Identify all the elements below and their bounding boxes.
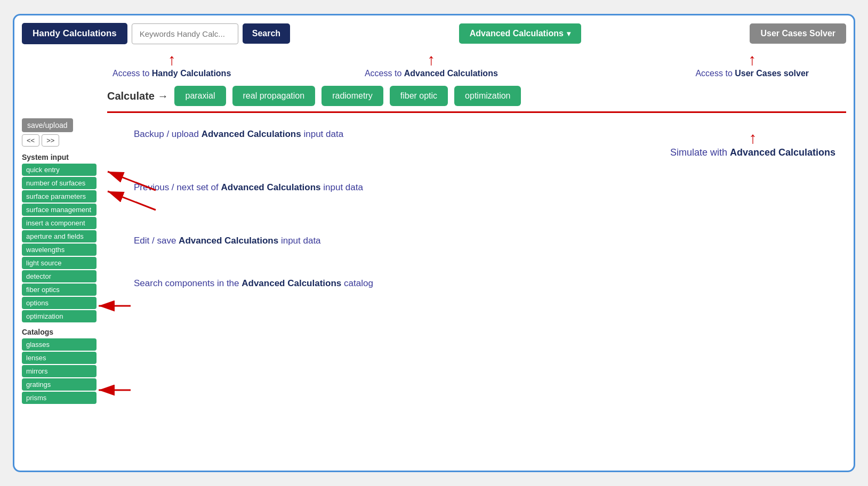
sidebar-catalog-item-mirrors[interactable]: mirrors — [22, 365, 97, 377]
calculate-label: Calculate → — [107, 90, 168, 102]
sidebar-catalog-item-glasses[interactable]: glasses — [22, 338, 97, 351]
calculate-row: Calculate → paraxial real propagation ra… — [22, 86, 846, 106]
calc-radiometry-button[interactable]: radiometry — [322, 86, 383, 106]
content-area: save/upload << >> System input quick ent… — [22, 118, 846, 405]
top-nav: Handy Calculations Search Advanced Calcu… — [22, 23, 846, 44]
main-container: Handy Calculations Search Advanced Calcu… — [13, 14, 855, 472]
sidebar-system-item-number-of-surfaces[interactable]: number of surfaces — [22, 177, 97, 189]
sidebar-system-item-aperture-and-fields[interactable]: aperture and fields — [22, 230, 97, 242]
search-button[interactable]: Search — [243, 23, 290, 44]
sidebar-catalog-item-prisms[interactable]: prisms — [22, 392, 97, 404]
access-advanced-block: ↑ Access to Advanced Calculations — [365, 51, 498, 78]
calc-paraxial-button[interactable]: paraxial — [174, 86, 226, 106]
next-button[interactable]: >> — [42, 134, 59, 147]
red-divider — [107, 111, 846, 113]
sidebar-system-item-detector[interactable]: detector — [22, 270, 97, 282]
access-handy-label: Access to Handy Calculations — [112, 69, 231, 78]
sidebar-system-item-wavelengths[interactable]: wavelengths — [22, 244, 97, 256]
sidebar: save/upload << >> System input quick ent… — [22, 118, 107, 405]
advanced-arrow-up: ↑ — [427, 51, 435, 69]
sidebar-system-item-surface-parameters[interactable]: surface parameters — [22, 190, 97, 203]
system-input-title: System input — [22, 153, 107, 161]
editsave-info: Edit / save Advanced Calculations input … — [134, 236, 830, 246]
calc-fiber-optic-button[interactable]: fiber optic — [390, 86, 448, 106]
sidebar-system-item-fiber-optics[interactable]: fiber optics — [22, 284, 97, 296]
sidebar-system-item-options[interactable]: options — [22, 297, 97, 309]
access-advanced-label: Access to Advanced Calculations — [365, 69, 498, 78]
searchcomp-info: Search components in the Advanced Calcul… — [134, 278, 830, 289]
prev-button[interactable]: << — [22, 134, 39, 147]
system-input-items: quick entrynumber of surfacessurface par… — [22, 164, 107, 322]
usercases-arrow-up: ↑ — [748, 51, 756, 69]
handy-arrow-up: ↑ — [168, 51, 176, 69]
sidebar-system-item-light-source[interactable]: light source — [22, 257, 97, 269]
sidebar-catalog-item-gratings[interactable]: gratings — [22, 378, 97, 391]
calc-real-propagation-button[interactable]: real propagation — [232, 86, 316, 106]
simulate-section: ↑ Simulate with Advanced Calculations — [670, 129, 835, 158]
sidebar-system-item-surface-management[interactable]: surface management — [22, 204, 97, 216]
access-usercases-block: ↑ Access to User Cases solver — [695, 51, 809, 78]
sidebar-system-item-insert-a-component[interactable]: insert a component — [22, 217, 97, 229]
catalogs-section: Catalogs glasseslensesmirrorsgratingspri… — [22, 328, 107, 404]
catalog-items: glasseslensesmirrorsgratingsprisms — [22, 338, 107, 404]
search-input[interactable] — [132, 23, 238, 44]
calc-optimization-button[interactable]: optimization — [454, 86, 521, 106]
catalogs-title: Catalogs — [22, 328, 107, 336]
main-info-area: Backup / upload Advanced Calculations in… — [118, 118, 846, 405]
sidebar-top: save/upload << >> — [22, 118, 107, 149]
advanced-calculations-button[interactable]: Advanced Calculations — [459, 23, 581, 44]
sidebar-system-item-optimization[interactable]: optimization — [22, 310, 97, 322]
simulate-text: Simulate with Advanced Calculations — [670, 147, 835, 158]
sidebar-system-item-quick-entry[interactable]: quick entry — [22, 164, 97, 176]
access-handy-block: ↑ Access to Handy Calculations — [112, 51, 231, 78]
access-usercases-label: Access to User Cases solver — [695, 69, 809, 78]
prevnext-info: Previous / next set of Advanced Calculat… — [134, 182, 830, 193]
handy-calculations-button[interactable]: Handy Calculations — [22, 23, 127, 44]
user-cases-solver-button[interactable]: User Cases Solver — [750, 23, 846, 44]
sidebar-catalog-item-lenses[interactable]: lenses — [22, 352, 97, 364]
save-upload-button[interactable]: save/upload — [22, 118, 73, 132]
nav-buttons: << >> — [22, 134, 107, 147]
simulate-arrow-up: ↑ — [749, 129, 757, 147]
